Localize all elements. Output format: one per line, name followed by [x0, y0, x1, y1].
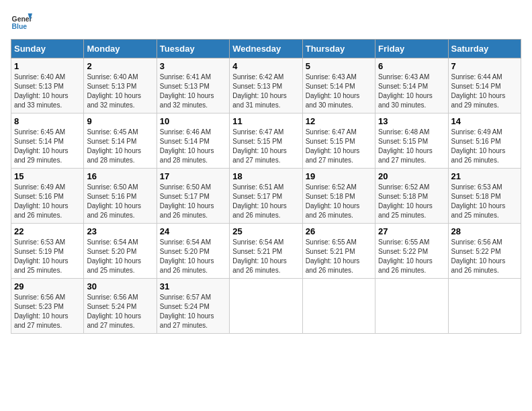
weekday-header-friday: Friday [375, 40, 448, 58]
calendar-day-6: 6Sunrise: 6:43 AM Sunset: 5:14 PM Daylig… [375, 58, 448, 113]
calendar-day-2: 2Sunrise: 6:40 AM Sunset: 5:13 PM Daylig… [84, 58, 157, 113]
calendar-week-3: 15Sunrise: 6:49 AM Sunset: 5:16 PM Dayli… [11, 169, 521, 224]
calendar-day-15: 15Sunrise: 6:49 AM Sunset: 5:16 PM Dayli… [11, 169, 84, 224]
day-number: 17 [160, 171, 226, 181]
calendar-day-18: 18Sunrise: 6:51 AM Sunset: 5:17 PM Dayli… [230, 169, 302, 224]
calendar-day-5: 5Sunrise: 6:43 AM Sunset: 5:14 PM Daylig… [302, 58, 375, 113]
logo-icon: General Blue [11, 11, 32, 32]
weekday-header-tuesday: Tuesday [157, 40, 229, 58]
calendar-day-27: 27Sunrise: 6:55 AM Sunset: 5:22 PM Dayli… [375, 224, 448, 279]
day-number: 12 [306, 116, 372, 126]
day-info: Sunrise: 6:55 AM Sunset: 5:22 PM Dayligh… [378, 238, 445, 275]
day-number: 16 [87, 171, 153, 181]
day-number: 14 [451, 116, 518, 126]
day-number: 27 [378, 226, 445, 236]
day-number: 18 [232, 171, 299, 181]
day-info: Sunrise: 6:54 AM Sunset: 5:20 PM Dayligh… [87, 238, 153, 275]
calendar-day-19: 19Sunrise: 6:52 AM Sunset: 5:18 PM Dayli… [302, 169, 375, 224]
empty-cell [375, 279, 448, 334]
day-info: Sunrise: 6:40 AM Sunset: 5:13 PM Dayligh… [87, 73, 153, 110]
day-info: Sunrise: 6:44 AM Sunset: 5:14 PM Dayligh… [451, 73, 518, 110]
calendar-day-1: 1Sunrise: 6:40 AM Sunset: 5:13 PM Daylig… [11, 58, 84, 113]
calendar-day-3: 3Sunrise: 6:41 AM Sunset: 5:13 PM Daylig… [157, 58, 229, 113]
header: General Blue [11, 11, 521, 32]
calendar-day-8: 8Sunrise: 6:45 AM Sunset: 5:14 PM Daylig… [11, 113, 84, 169]
day-number: 31 [160, 281, 226, 291]
calendar-day-12: 12Sunrise: 6:47 AM Sunset: 5:15 PM Dayli… [302, 113, 375, 169]
calendar-day-21: 21Sunrise: 6:53 AM Sunset: 5:18 PM Dayli… [448, 169, 521, 224]
calendar-day-25: 25Sunrise: 6:54 AM Sunset: 5:21 PM Dayli… [230, 224, 302, 279]
calendar-day-30: 30Sunrise: 6:56 AM Sunset: 5:24 PM Dayli… [84, 279, 157, 334]
day-number: 28 [451, 226, 518, 236]
day-number: 2 [87, 61, 153, 71]
day-number: 6 [378, 61, 445, 71]
day-number: 22 [14, 226, 81, 236]
day-info: Sunrise: 6:41 AM Sunset: 5:13 PM Dayligh… [160, 73, 226, 110]
calendar-day-7: 7Sunrise: 6:44 AM Sunset: 5:14 PM Daylig… [448, 58, 521, 113]
day-number: 25 [232, 226, 299, 236]
day-info: Sunrise: 6:50 AM Sunset: 5:17 PM Dayligh… [160, 183, 226, 220]
day-info: Sunrise: 6:57 AM Sunset: 5:24 PM Dayligh… [160, 293, 226, 330]
day-number: 5 [306, 61, 372, 71]
day-number: 19 [306, 171, 372, 181]
svg-text:Blue: Blue [12, 23, 28, 30]
day-number: 11 [232, 116, 299, 126]
day-number: 10 [160, 116, 226, 126]
calendar-day-4: 4Sunrise: 6:42 AM Sunset: 5:13 PM Daylig… [230, 58, 302, 113]
weekday-header-thursday: Thursday [302, 40, 375, 58]
day-info: Sunrise: 6:43 AM Sunset: 5:14 PM Dayligh… [378, 73, 445, 110]
calendar-day-26: 26Sunrise: 6:55 AM Sunset: 5:21 PM Dayli… [302, 224, 375, 279]
day-number: 1 [14, 61, 81, 71]
weekday-header-sunday: Sunday [11, 40, 84, 58]
day-info: Sunrise: 6:53 AM Sunset: 5:19 PM Dayligh… [14, 238, 81, 275]
day-info: Sunrise: 6:53 AM Sunset: 5:18 PM Dayligh… [451, 183, 518, 220]
day-info: Sunrise: 6:52 AM Sunset: 5:18 PM Dayligh… [378, 183, 445, 220]
day-number: 30 [87, 281, 153, 291]
day-info: Sunrise: 6:47 AM Sunset: 5:15 PM Dayligh… [232, 128, 299, 165]
day-info: Sunrise: 6:49 AM Sunset: 5:16 PM Dayligh… [14, 183, 81, 220]
calendar-day-13: 13Sunrise: 6:48 AM Sunset: 5:15 PM Dayli… [375, 113, 448, 169]
empty-cell [302, 279, 375, 334]
day-info: Sunrise: 6:45 AM Sunset: 5:14 PM Dayligh… [14, 128, 81, 165]
day-number: 3 [160, 61, 226, 71]
day-info: Sunrise: 6:54 AM Sunset: 5:20 PM Dayligh… [160, 238, 226, 275]
calendar-day-9: 9Sunrise: 6:45 AM Sunset: 5:14 PM Daylig… [84, 113, 157, 169]
day-info: Sunrise: 6:54 AM Sunset: 5:21 PM Dayligh… [232, 238, 299, 275]
calendar-day-22: 22Sunrise: 6:53 AM Sunset: 5:19 PM Dayli… [11, 224, 84, 279]
day-info: Sunrise: 6:43 AM Sunset: 5:14 PM Dayligh… [306, 73, 372, 110]
day-number: 9 [87, 116, 153, 126]
day-info: Sunrise: 6:45 AM Sunset: 5:14 PM Dayligh… [87, 128, 153, 165]
day-info: Sunrise: 6:48 AM Sunset: 5:15 PM Dayligh… [378, 128, 445, 165]
calendar-day-24: 24Sunrise: 6:54 AM Sunset: 5:20 PM Dayli… [157, 224, 229, 279]
day-number: 24 [160, 226, 226, 236]
weekday-header-monday: Monday [84, 40, 157, 58]
empty-cell [230, 279, 302, 334]
day-number: 29 [14, 281, 81, 291]
day-info: Sunrise: 6:55 AM Sunset: 5:21 PM Dayligh… [306, 238, 372, 275]
day-number: 7 [451, 61, 518, 71]
calendar-day-16: 16Sunrise: 6:50 AM Sunset: 5:16 PM Dayli… [84, 169, 157, 224]
day-info: Sunrise: 6:42 AM Sunset: 5:13 PM Dayligh… [232, 73, 299, 110]
calendar-day-17: 17Sunrise: 6:50 AM Sunset: 5:17 PM Dayli… [157, 169, 229, 224]
day-number: 8 [14, 116, 81, 126]
day-info: Sunrise: 6:56 AM Sunset: 5:22 PM Dayligh… [451, 238, 518, 275]
empty-cell [448, 279, 521, 334]
calendar-day-23: 23Sunrise: 6:54 AM Sunset: 5:20 PM Dayli… [84, 224, 157, 279]
calendar-day-29: 29Sunrise: 6:56 AM Sunset: 5:23 PM Dayli… [11, 279, 84, 334]
weekday-header-saturday: Saturday [448, 40, 521, 58]
calendar-week-4: 22Sunrise: 6:53 AM Sunset: 5:19 PM Dayli… [11, 224, 521, 279]
day-number: 21 [451, 171, 518, 181]
logo: General Blue [11, 11, 32, 32]
calendar-week-2: 8Sunrise: 6:45 AM Sunset: 5:14 PM Daylig… [11, 113, 521, 169]
calendar-day-14: 14Sunrise: 6:49 AM Sunset: 5:16 PM Dayli… [448, 113, 521, 169]
day-info: Sunrise: 6:47 AM Sunset: 5:15 PM Dayligh… [306, 128, 372, 165]
weekday-header-wednesday: Wednesday [230, 40, 302, 58]
calendar-week-1: 1Sunrise: 6:40 AM Sunset: 5:13 PM Daylig… [11, 58, 521, 113]
day-number: 13 [378, 116, 445, 126]
day-info: Sunrise: 6:46 AM Sunset: 5:14 PM Dayligh… [160, 128, 226, 165]
day-number: 23 [87, 226, 153, 236]
calendar-day-11: 11Sunrise: 6:47 AM Sunset: 5:15 PM Dayli… [230, 113, 302, 169]
day-info: Sunrise: 6:50 AM Sunset: 5:16 PM Dayligh… [87, 183, 153, 220]
calendar-day-10: 10Sunrise: 6:46 AM Sunset: 5:14 PM Dayli… [157, 113, 229, 169]
day-number: 26 [306, 226, 372, 236]
